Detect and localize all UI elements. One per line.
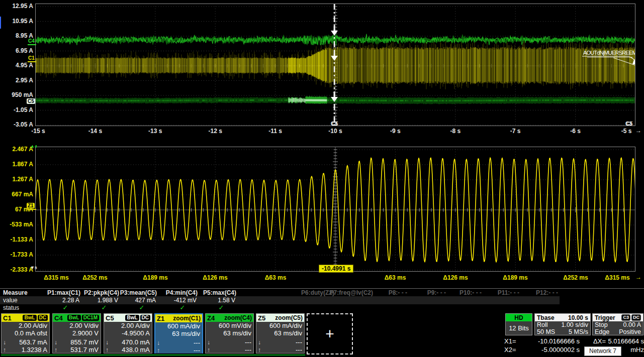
annotation-label: AOUTdNjMUERSREEMdT	[583, 50, 635, 56]
descriptor-box-z1[interactable]: Z1zoom(C1)600 mA/div63 ms/div↓---↑---	[154, 313, 203, 353]
trigger-coupling-badge: DC	[631, 314, 641, 321]
main-time-tick-label: -11 s	[254, 128, 297, 135]
zoom-time-tick-label: Δ63 ms	[374, 274, 416, 281]
zoom-time-tick-label: Δ252 ms	[555, 274, 597, 281]
descriptor-body: 2.00 A/div-4.9500 A↓470.0 mA↑438.0 mA	[104, 322, 152, 353]
network-tooltip: Network 7	[584, 346, 621, 356]
zoom-y-tick-label: -1.133 A	[0, 236, 33, 244]
timebase-box[interactable]: Tbase 10.00 s Roll 1.00 s/div 50 MS 5 MS…	[534, 313, 591, 335]
zoom-time-tick-label: Δ315 ms	[596, 274, 638, 281]
main-y-tick-label: 950 mA	[0, 91, 33, 99]
bottom-edge-channel-marker: C3C5	[331, 121, 338, 127]
main-y-tick-label: 2.95 A	[0, 77, 33, 84]
z4-offscale-up-marker: ▲4	[30, 144, 37, 149]
channel-tag-c5[interactable]: C5	[27, 98, 35, 104]
zoom-time-tick-label: Δ126 ms	[194, 274, 236, 281]
main-time-tick-label: -8 s	[434, 128, 477, 135]
zoom-center-time-label: -10.4991 s	[319, 265, 353, 273]
measure-status-check-icon: ✓	[167, 304, 198, 311]
descriptor-body: 2.00 V/div2.9000 V↓855.7 mV↑531.7 mV	[53, 322, 101, 353]
descriptor-header: C1BwLDC	[2, 314, 49, 322]
bottom-edge-channel-marker: C3C5	[625, 121, 633, 127]
main-time-tick-label: -9 s	[374, 128, 416, 135]
dx-value: 5.0166664 s	[606, 337, 644, 345]
hidden-descriptor-strip	[1, 354, 305, 355]
measure-status-check-icon: ✓	[127, 304, 157, 311]
timebase-samples: 50 MS	[537, 328, 555, 335]
main-time-tick-label: -15 s	[17, 128, 59, 135]
trigger-slope: Positive	[619, 328, 641, 335]
trigger-box[interactable]: Trigger C3 DC Stop 0.00 A Edge Positive	[592, 313, 643, 335]
oscilloscope-screen: AOUTdNjMUERSREEMdT -10.4991 s Measure va…	[0, 0, 644, 357]
descriptor-header: C4BwLDC1M	[53, 314, 101, 322]
zoom-position-line-z1	[27, 209, 36, 210]
hd-label: HD	[506, 314, 532, 321]
main-time-tick-label: -6 s	[555, 128, 597, 135]
descriptor-box-c4[interactable]: C4BwLDC1M2.00 V/div2.9000 V↓855.7 mV↑531…	[52, 313, 101, 353]
x1-value: -10.0166666 s	[523, 337, 580, 345]
hd-mode-box[interactable]: HD 12 Bits	[505, 313, 532, 335]
descriptor-box-z5[interactable]: Z5zoom(C5)600 mA/div63 ms/div↓---↑---	[256, 313, 305, 353]
trigger-mode: Stop	[595, 321, 608, 328]
measure-param-header[interactable]: P12:- - -	[493, 289, 558, 296]
zoom-time-tick-label: Δ252 ms	[74, 274, 116, 281]
descriptor-header: Z1zoom(C1)	[155, 314, 202, 322]
main-y-tick-label: 10.95 A	[0, 18, 33, 25]
descriptor-box-c5[interactable]: C5BwLDC2.00 A/div-4.9500 A↓470.0 mA↑438.…	[104, 313, 152, 353]
z5-offscale-down-marker: ▼5	[30, 266, 37, 270]
zoom-time-tick-label: Δ189 ms	[134, 274, 176, 281]
main-y-tick-label: -1.05 A	[0, 106, 33, 114]
measure-row-label-status: status	[3, 304, 19, 311]
descriptor-body: 2.00 A/div0.0 mA ofst↓563.7 mA↑1.3238 A	[2, 322, 49, 353]
x2-value: -5.0000002 s	[523, 345, 580, 354]
zoom-y-tick-label: -1.733 A	[0, 251, 33, 259]
trigger-level: 0.00 A	[623, 321, 641, 328]
zoom-graticule[interactable]	[35, 147, 635, 272]
main-time-tick-label: -7 s	[494, 128, 536, 135]
timebase-mode: Roll	[537, 321, 548, 328]
descriptor-header: Z4zoom(C4)	[206, 314, 253, 322]
plus-icon: +	[325, 326, 334, 341]
zoom-y-tick-label: -533 mA	[0, 221, 33, 228]
descriptor-box-c1[interactable]: C1BwLDC2.00 A/div0.0 mA ofst↓563.7 mA↑1.…	[1, 313, 50, 353]
main-time-tick-label: -12 s	[194, 128, 236, 135]
main-y-tick-label: 6.95 A	[0, 47, 33, 55]
zoom-y-tick-label: 667 mA	[0, 191, 33, 198]
timebase-value: 10.00 s	[568, 314, 588, 321]
descriptor-body: 600 mA/div63 ms/div↓---↑---	[155, 322, 202, 353]
descriptor-header: C5BwLDC	[104, 314, 152, 322]
trigger-source-badge: C3	[621, 314, 630, 321]
measure-status-check-icon: ✓	[206, 304, 236, 311]
zoom-time-tick-label: Δ315 ms	[35, 274, 77, 281]
measure-status-check-icon: ✓	[50, 304, 80, 311]
channel-tag-c4[interactable]: C4	[28, 38, 35, 44]
timebase-rate: 5 MS/s	[569, 328, 588, 335]
descriptor-body: 600 mV/div63 ms/div↓---↑---	[206, 322, 253, 353]
timebase-scale: 1.00 s/div	[561, 321, 588, 328]
dx-label: ΔX=	[580, 337, 606, 345]
measure-status-check-icon: ✓	[89, 304, 119, 311]
hd-bits: 12 Bits	[506, 321, 532, 335]
main-time-tick-label: -13 s	[134, 128, 176, 135]
zoom-time-axis-arrow: →	[635, 274, 641, 281]
add-trace-box[interactable]: +	[307, 313, 353, 354]
x2-label: X2=	[504, 345, 523, 354]
timebase-title: Tbase	[537, 314, 555, 321]
channel-tag-z1[interactable]: Z1	[27, 203, 35, 208]
main-time-axis-arrow: →	[635, 127, 641, 134]
zoom-time-tick-label: Δ189 ms	[494, 274, 536, 281]
zoom-y-tick-label: -2.333 A	[0, 266, 33, 274]
channel-tag-c1[interactable]: C1	[28, 55, 35, 61]
main-graticule[interactable]: AOUTdNjMUERSREEMdT	[35, 4, 635, 126]
measure-param-header[interactable]: P5:max(C4)	[171, 289, 236, 296]
descriptor-body: 600 mA/div63 ms/div↓---↑---	[256, 322, 304, 353]
main-time-tick-label: -10 s	[314, 128, 356, 135]
descriptor-header: Z5zoom(C5)	[256, 314, 304, 322]
zoom-y-tick-label: 1.267 A	[0, 176, 33, 183]
descriptor-box-z4[interactable]: Z4zoom(C4)600 mV/div63 ms/div↓---↑---	[205, 313, 254, 353]
zoom-time-tick-label: Δ63 ms	[254, 274, 297, 281]
measure-param-value: 1.58 V	[171, 297, 235, 304]
zoom-y-tick-label: 2.467 A	[0, 146, 33, 153]
main-y-tick-label: 4.95 A	[0, 62, 33, 69]
x1-label: X1=	[504, 337, 523, 345]
